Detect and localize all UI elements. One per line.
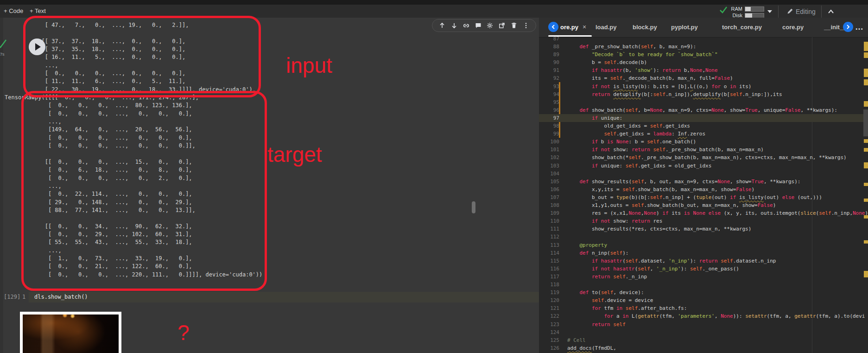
line-number: 99 [539, 130, 559, 138]
code-line-121[interactable]: 121 for tfm in self.after_batch.fs: [539, 304, 868, 312]
code-line-125[interactable]: 125# Cell [539, 336, 868, 344]
line-number: 97 [539, 114, 559, 122]
code-line-116[interactable]: 116 if not hasattr(self, '_n_inp'): self… [539, 265, 868, 273]
tab-blockpy[interactable]: block.py [633, 24, 657, 31]
code-line-106[interactable]: 106 x,y,its = self.show_batch(b, max_n=m… [539, 186, 868, 193]
code-line-99[interactable]: 99 self.get_idxs = lambda: Inf.zeros [539, 130, 868, 138]
code-text: if hasattr(b, 'show'): return b,None,Non… [567, 66, 718, 74]
code-line-97[interactable]: 97 if unique: [539, 114, 868, 122]
code-line-98[interactable]: 98 old_get_idxs = self.get_idxs [539, 122, 868, 130]
code-line-108[interactable]: 108 x1,y1,outs = self.show_batch(b_out, … [539, 201, 868, 209]
code-line-113[interactable]: 113 @property [539, 241, 868, 249]
code-line-94[interactable]: 94 return detuplify(b[:self.n_inp]),detu… [539, 90, 868, 98]
tab-pyplotpy[interactable]: pyplot.py [671, 24, 698, 31]
code-line-90[interactable]: 90 b = self.decode(b) [539, 58, 868, 66]
code-line-120[interactable]: 120 self.device = device [539, 296, 868, 304]
output-scrollbar-thumb[interactable] [472, 201, 475, 213]
line-number: 98 [539, 122, 559, 130]
line-number: 102 [539, 154, 559, 161]
code-line-92[interactable]: 92 its = self._decode_batch(b, max_n, fu… [539, 74, 868, 82]
line-number: 116 [539, 265, 559, 273]
tab-orepy[interactable]: ore.py [560, 24, 578, 31]
code-line-107[interactable]: 107 b_out = type(b)(b[:self.n_inp] + (tu… [539, 193, 868, 201]
code-cell-input[interactable] [29, 292, 539, 302]
code-text: return detuplify(b[:self.n_inp]),detupli… [567, 90, 782, 98]
overview-ruler-mark [864, 240, 868, 244]
close-tab-icon[interactable]: × [583, 23, 586, 31]
line-number: 89 [539, 51, 559, 58]
move-cell-up-icon[interactable] [438, 21, 446, 30]
code-line-118[interactable]: 118 [539, 281, 868, 289]
code-line-124[interactable]: 124 [539, 328, 868, 336]
scroll-tabs-left-button[interactable] [548, 22, 558, 32]
code-text: x,y,its = self.show_batch(b, max_n=max_n… [567, 186, 754, 193]
code-text: b = self.decode(b) [567, 58, 647, 66]
code-line-126[interactable]: 126add_docs(TfmdDL, [539, 344, 868, 352]
open-in-tab-icon[interactable] [498, 21, 506, 30]
code-line-87[interactable]: 87 [539, 35, 868, 43]
code-line-104[interactable]: 104 [539, 170, 868, 178]
code-line-105[interactable]: 105 def show_results(self, b, out, max_n… [539, 178, 868, 186]
line-number: 123 [539, 321, 559, 328]
code-text: its = self._decode_batch(b, max_n, full=… [567, 74, 733, 82]
code-line-119[interactable]: 119 def to(self, device): [539, 289, 868, 296]
code-line-93[interactable]: 93 if not is_listy(b): b,its = [b],L((o,… [539, 83, 868, 90]
line-number: 109 [539, 209, 559, 217]
code-line-100[interactable]: 100 if b is None: b = self.one_batch() [539, 138, 868, 146]
code-line-112[interactable]: 112 [539, 233, 868, 241]
code-line-123[interactable]: 123 return self [539, 321, 868, 328]
code-text: add_docs(TfmdDL, [567, 344, 616, 352]
add-text-button[interactable]: + Text [30, 6, 46, 16]
comment-icon[interactable] [474, 21, 482, 30]
overview-ruler-mark [864, 215, 868, 218]
code-text: show_batch(*self._pre_show_batch(b, max_… [567, 154, 847, 161]
line-number: 107 [539, 193, 559, 201]
code-line-103[interactable]: 103 if unique: self.get_idxs = old_get_i… [539, 162, 868, 170]
more-tabs-icon[interactable]: … [855, 22, 864, 32]
code-line-111[interactable]: 111 show_results(*res, ctxs=ctxs, max_n=… [539, 225, 868, 233]
move-cell-down-icon[interactable] [450, 21, 458, 30]
code-line-109[interactable]: 109 res = (x,x1,None,None) if its is Non… [539, 209, 868, 217]
code-text: b_out = type(b)(b[:self.n_inp] + (tuple(… [567, 193, 822, 201]
code-line-89[interactable]: 89 "Decode `b` to be ready for `show_bat… [539, 51, 868, 58]
tab-corepy[interactable]: core.py [782, 24, 804, 31]
code-text: self.get_idxs = lambda: Inf.zeros [567, 130, 705, 138]
code-line-91[interactable]: 91 if hasattr(b, 'show'): return b,None,… [539, 66, 868, 74]
delete-cell-icon[interactable] [510, 21, 518, 30]
resources-dropdown-icon[interactable] [767, 10, 772, 13]
code-line-101[interactable]: 101 if not show: return self._pre_show_b… [539, 146, 868, 154]
tab-loadpy[interactable]: load.py [596, 24, 617, 31]
add-code-button[interactable]: + Code [4, 6, 23, 16]
line-number: 124 [539, 328, 559, 336]
code-line-96[interactable]: 96 def show_batch(self, b=None, max_n=9,… [539, 106, 868, 114]
code-line-95[interactable]: 95 [539, 98, 868, 106]
gear-icon[interactable] [486, 21, 494, 30]
code-line-114[interactable]: 114 def n_inp(self): [539, 249, 868, 257]
scroll-tabs-right-button[interactable] [843, 22, 853, 32]
code-text: if not hasattr(self, '_n_inp'): self._on… [567, 265, 739, 273]
line-number: 104 [539, 170, 559, 178]
overview-ruler-mark [864, 52, 868, 58]
code-line-110[interactable]: 110 if not show: return res [539, 217, 868, 225]
more-vert-icon[interactable] [522, 21, 530, 30]
copy-link-icon[interactable] [462, 21, 470, 30]
code-line-122[interactable]: 122 for a in L(getattr(tfm, 'parameters'… [539, 312, 868, 320]
code-line-88[interactable]: 88 def _pre_show_batch(self, b, max_n=9)… [539, 43, 868, 51]
ram-label: RAM [729, 6, 742, 12]
editing-mode-label[interactable]: Editing [796, 8, 816, 15]
code-text: show_results(*res, ctxs=ctxs, max_n=max_… [567, 225, 751, 233]
code-text: if not is_listy(b): b,its = [b],L((o,) f… [567, 83, 751, 90]
code-text: if unique: self.get_idxs = old_get_idxs [567, 162, 711, 170]
code-text: return self._n_inp [567, 273, 647, 281]
code-text: x1,y1,outs = self.show_batch(b_out, max_… [567, 201, 776, 209]
code-line-115[interactable]: 115 if hasattr(self.dataset, 'n_inp'): r… [539, 257, 868, 265]
collapse-toolbar-icon[interactable] [827, 8, 835, 17]
cell-code-text[interactable]: dls.show_batch() [34, 294, 88, 300]
code-line-117[interactable]: 117 return self._n_inp [539, 273, 868, 281]
line-number: 119 [539, 289, 559, 296]
line-number: 91 [539, 66, 559, 74]
editor-scrollbar-thumb[interactable] [863, 109, 868, 136]
overview-ruler-mark [864, 183, 868, 186]
code-line-102[interactable]: 102 show_batch(*self._pre_show_batch(b, … [539, 154, 868, 161]
tab-torch_corepy[interactable]: torch_core.py [722, 24, 762, 31]
